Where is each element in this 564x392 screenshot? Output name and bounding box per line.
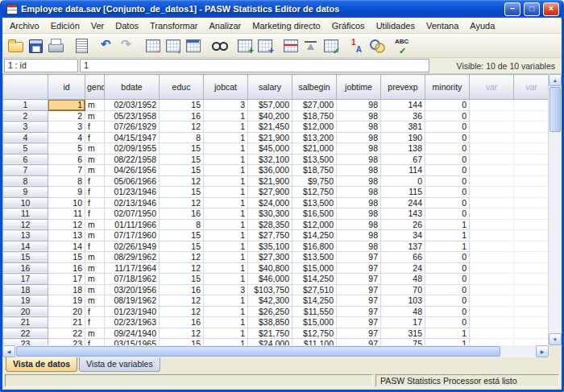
insert-variable-icon[interactable] [255,35,275,56]
cell[interactable] [514,219,549,230]
cell[interactable]: 66 [381,252,425,263]
row-header[interactable]: 7 [3,165,48,176]
cell[interactable]: 07/26/1929 [105,122,160,133]
cell[interactable]: 11/17/1964 [105,262,160,274]
cell[interactable]: 1 [425,230,470,241]
cell[interactable]: m [85,262,105,274]
cell[interactable]: 1 [204,132,248,143]
cell[interactable]: 0 [425,295,470,307]
cell[interactable] [514,328,549,339]
cell[interactable]: 1 [425,241,470,252]
scroll-right-icon[interactable]: ▶ [536,345,549,357]
cell[interactable]: 190 [381,132,425,143]
cell[interactable]: 1 [204,241,248,252]
cell[interactable]: 1 [204,165,248,176]
cell[interactable]: 70 [381,284,425,295]
cell[interactable]: 144 [381,100,425,111]
menu-item[interactable]: Gráficos [326,19,371,33]
cell[interactable]: 0 [425,274,470,285]
vertical-scrollbar[interactable]: ▲ ▼ [548,74,562,345]
cell[interactable] [514,197,549,208]
cell[interactable]: f [85,317,105,328]
cell[interactable] [470,197,514,208]
cell[interactable]: m [85,143,105,155]
column-header[interactable]: prevexp [381,75,425,100]
cell[interactable]: $103,750 [248,284,292,295]
menu-item[interactable]: Transformar [144,19,204,33]
menu-item[interactable]: Ventana [421,19,464,33]
cell[interactable]: 0 [425,197,470,208]
cell[interactable]: 1 [204,110,248,122]
cell[interactable]: $12,000 [292,219,337,230]
cell[interactable]: 03/15/1965 [105,339,160,346]
cell[interactable]: 23 [48,339,85,346]
row-header[interactable]: 13 [3,230,48,241]
cell[interactable] [514,339,549,346]
cell[interactable] [514,143,549,155]
cell[interactable]: 7 [48,165,85,176]
cell[interactable]: 0 [425,122,470,133]
cell[interactable] [470,100,514,111]
cell[interactable]: 103 [381,295,425,307]
horizontal-scrollbar[interactable]: ◀ ▶ [2,345,562,357]
cell[interactable]: 16 [48,262,85,274]
row-header[interactable]: 17 [3,274,48,285]
menu-item[interactable]: Edición [45,19,85,33]
cell[interactable]: f [85,208,105,220]
cell[interactable] [514,165,549,176]
cell[interactable]: 15 [160,154,204,165]
cell[interactable]: $27,510 [292,284,337,295]
cell[interactable]: 3 [204,284,248,295]
cell[interactable]: 138 [381,143,425,155]
row-header[interactable]: 11 [3,208,48,220]
cell[interactable] [514,187,549,198]
cell[interactable] [470,295,514,307]
cell[interactable]: 1 [204,143,248,155]
cell[interactable]: 0 [425,317,470,328]
cell[interactable]: $14,250 [292,295,337,307]
cell[interactable] [470,284,514,295]
row-header[interactable]: 3 [3,122,48,133]
cell[interactable] [514,262,549,274]
cell[interactable]: $45,000 [248,143,292,155]
cell[interactable]: m [85,284,105,295]
row-header[interactable]: 14 [3,241,48,252]
cell[interactable] [514,274,549,285]
cell[interactable]: 16 [160,208,204,220]
vertical-scroll-thumb[interactable] [549,87,561,132]
cell[interactable]: 98 [337,208,381,220]
title-bar[interactable]: Employee data.sav [Conjunto_de_datos1] -… [2,0,562,18]
cell[interactable]: $11,550 [292,306,337,317]
minimize-button[interactable]: – [504,2,520,16]
value-labels-icon[interactable] [346,35,367,56]
menu-item[interactable]: Utilidades [371,19,421,33]
cell[interactable]: 21 [48,317,85,328]
cell[interactable]: 15 [160,143,204,155]
cell[interactable]: 244 [381,197,425,208]
row-header[interactable]: 15 [3,252,48,263]
cell[interactable]: 03/20/1956 [105,284,160,295]
cell[interactable]: 01/23/1940 [105,306,160,317]
cell[interactable]: 01/11/1966 [105,219,160,230]
column-header[interactable]: salary [248,75,292,100]
horizontal-scroll-track[interactable] [15,345,536,357]
cell[interactable]: 16 [160,317,204,328]
cell[interactable]: $26,250 [248,306,292,317]
cell[interactable]: 12 [160,197,204,208]
cell[interactable]: $36,000 [248,165,292,176]
cell[interactable]: $24,000 [248,197,292,208]
cell[interactable]: 05/23/1958 [105,110,160,122]
scroll-left-icon[interactable]: ◀ [2,345,15,357]
cell[interactable] [470,262,514,274]
cell[interactable]: 02/13/1946 [105,197,160,208]
cell[interactable]: m [85,252,105,263]
cell[interactable] [470,241,514,252]
cell[interactable] [470,110,514,122]
cell[interactable]: 0 [425,132,470,143]
cell[interactable]: $18,750 [292,110,337,122]
cell[interactable]: 16 [160,284,204,295]
cell[interactable]: 1 [425,328,470,339]
cell[interactable]: 0 [425,306,470,317]
cell[interactable]: $18,750 [292,165,337,176]
cell[interactable]: 97 [337,252,381,263]
